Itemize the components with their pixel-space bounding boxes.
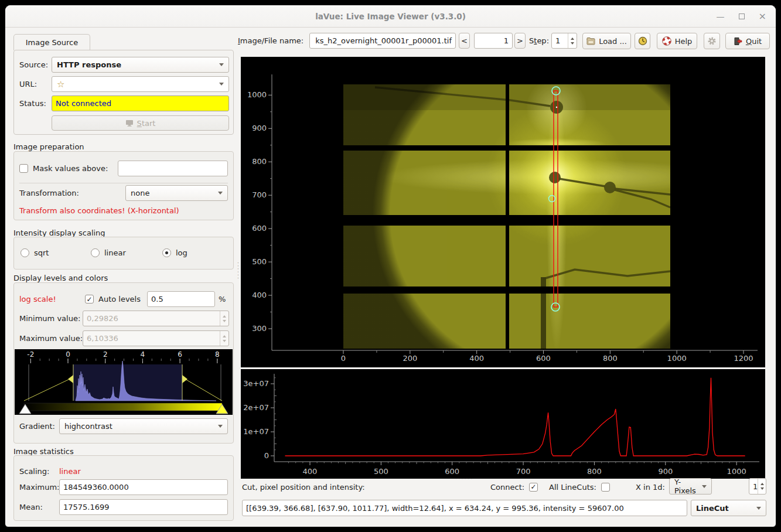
vertical-splitter-handle[interactable]: ······	[237, 262, 239, 280]
x-tick-label: 0	[341, 354, 346, 363]
quit-icon	[734, 37, 742, 46]
tab-label: Image Source	[26, 38, 79, 47]
stats-mean-value[interactable]: 17575.1699	[59, 499, 228, 515]
x-in-1d-select[interactable]: Y-Pixels	[669, 478, 712, 495]
start-button[interactable]: Start	[52, 115, 229, 131]
load-button[interactable]: Load ...	[582, 33, 631, 49]
auto-levels-checkbox	[85, 295, 94, 303]
url-combobox[interactable]: ☆	[52, 76, 229, 92]
connect-toggle[interactable]: Connect:	[490, 480, 538, 494]
mask-label: Mask values above:	[33, 164, 108, 173]
gradient-label: Gradient:	[19, 418, 55, 434]
y-tick-label: 1000	[247, 90, 267, 99]
y-tick-label: 800	[252, 157, 267, 166]
x-tick-label: 600	[445, 467, 459, 476]
y-tick-label: 2e+07	[243, 403, 269, 412]
x-in-1d-label: X in 1d:	[636, 480, 665, 494]
stats-scaling-value: linear	[59, 466, 81, 476]
favorite-star-icon[interactable]: ☆	[57, 79, 64, 90]
tool-select[interactable]: LineCut	[691, 500, 766, 516]
app-window: laVue: Live Image Viewer (v3.3.0) — × Im…	[5, 5, 776, 527]
linecut-plot-1d[interactable]: 400500600700800900100001e+072e+073e+07	[241, 369, 765, 479]
auto-levels-toggle[interactable]: Auto levels	[85, 291, 141, 307]
connect-checkbox	[529, 483, 538, 492]
file-name-input[interactable]: ks_h2_overnight_00001r_p00001.tif	[309, 33, 456, 49]
minimize-icon[interactable]: —	[717, 12, 725, 21]
x-tick-label: 700	[516, 467, 531, 476]
frame-number-input[interactable]: 1	[474, 33, 513, 49]
x-tick-label: 800	[587, 467, 602, 476]
hist-tick-label: 4	[141, 350, 145, 359]
radio-sqrt[interactable]: sqrt	[21, 248, 49, 257]
radio-linear[interactable]: linear	[91, 248, 126, 257]
hist-tick-label: 6	[178, 350, 182, 359]
close-icon[interactable]: ×	[759, 12, 766, 21]
chevron-down-icon	[756, 507, 761, 510]
timer-button[interactable]	[635, 33, 650, 49]
maximum-value-spinbox[interactable]: 6,10336	[83, 330, 229, 346]
stats-maximum-label: Maximum:	[19, 479, 59, 495]
gradient-bar	[24, 403, 222, 411]
hist-tick-label: 2	[103, 350, 108, 359]
tab-image-source[interactable]: Image Source	[13, 34, 90, 50]
image-preparation-header: Image preparation	[13, 142, 84, 151]
x-tick-label: 400	[303, 467, 318, 476]
help-button[interactable]: Help	[657, 33, 697, 49]
step-spinbox[interactable]: 1	[551, 33, 577, 49]
y-tick-label: 300	[252, 324, 267, 333]
radio-log[interactable]: log	[162, 248, 187, 257]
all-linecuts-checkbox	[601, 483, 610, 492]
url-label: URL:	[19, 76, 37, 92]
log-scale-note: log scale!	[19, 291, 56, 307]
load-icon	[586, 37, 595, 45]
transformation-select[interactable]: none	[125, 185, 228, 201]
y-tick-label: 500	[252, 257, 267, 266]
stats-mean-label: Mean:	[19, 499, 43, 515]
hist-tick-label: -2	[27, 350, 34, 359]
transform-warning: Transform also coordinates! (X-horizonta…	[19, 206, 179, 215]
source-select[interactable]: HTTP response	[52, 57, 229, 73]
x-tick-label: 1000	[667, 354, 687, 363]
divider	[19, 183, 228, 183]
cut-position-label: Cut, pixel position and intensity:	[242, 480, 365, 494]
next-frame-button[interactable]: >	[514, 33, 526, 49]
x-tick-label: 200	[403, 354, 417, 363]
cut-info-input[interactable]: [[639.39, 366.68], [637.90, 1011.77], wi…	[242, 500, 687, 516]
linecut-count-spinbox[interactable]: 1	[749, 478, 766, 495]
x-tick-label: 1000	[727, 467, 746, 476]
y-tick-label: 900	[252, 124, 267, 132]
window-title: laVue: Live Image Viewer (v3.3.0)	[5, 5, 776, 28]
prev-frame-button[interactable]: <	[459, 33, 470, 49]
radio-icon	[91, 248, 100, 257]
auto-levels-percent-input[interactable]: 0.5	[147, 291, 215, 307]
settings-button[interactable]	[704, 33, 720, 49]
monitor-icon	[125, 120, 134, 127]
levels-histogram-widget[interactable]: -202468	[15, 349, 233, 415]
quit-button[interactable]: Quit	[725, 33, 770, 49]
gradient-select[interactable]: highcontrast	[59, 418, 228, 434]
x-tick-label: 800	[603, 354, 618, 363]
chevron-down-icon	[219, 63, 224, 66]
radio-icon	[21, 248, 29, 257]
image-plot-2d[interactable]: 0200400600800100012003004005006007008009…	[241, 57, 765, 367]
mask-value-input[interactable]	[118, 161, 228, 176]
maximize-icon[interactable]	[739, 13, 745, 19]
minimum-value-spinbox[interactable]: 0,29826	[83, 311, 229, 326]
help-icon	[662, 36, 671, 46]
hist-tick-label: 8	[215, 350, 220, 359]
x-tick-label: 400	[469, 354, 484, 363]
stats-maximum-value[interactable]: 184549360.0000	[59, 479, 228, 495]
radio-icon	[162, 248, 171, 257]
status-value: Not connected	[52, 96, 229, 111]
y-tick-label: 3e+07	[243, 379, 269, 388]
all-linecuts-toggle[interactable]: All LineCuts:	[549, 480, 610, 494]
y-tick-label: 1e+07	[243, 427, 269, 436]
x-tick-label: 500	[374, 467, 388, 476]
transformation-label: Transformation:	[19, 185, 79, 201]
mask-checkbox[interactable]	[19, 164, 28, 173]
y-tick-label: 600	[252, 224, 267, 233]
percent-label: %	[219, 291, 226, 307]
y-tick-label: 700	[252, 190, 267, 199]
chevron-down-icon	[218, 192, 223, 195]
intensity-scaling-header: Intensity display scaling	[13, 229, 105, 237]
